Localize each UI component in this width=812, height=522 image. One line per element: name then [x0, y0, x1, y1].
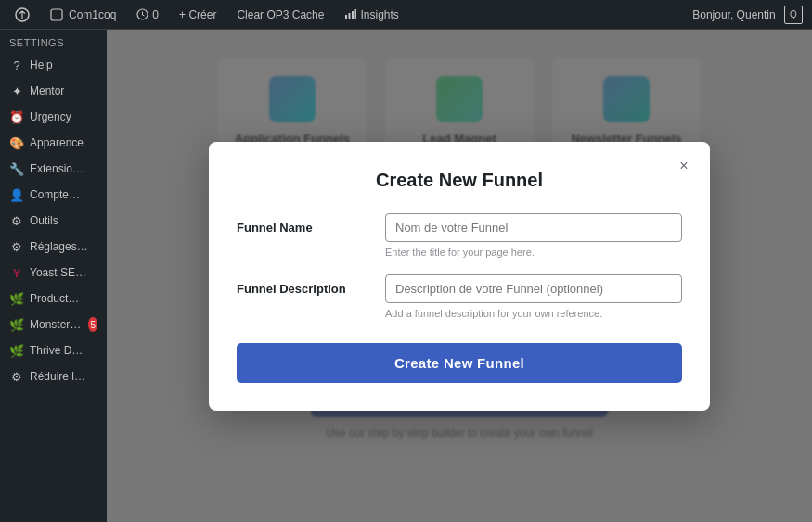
clear-cache-button[interactable]: Clear OP3 Cache [231, 0, 329, 30]
user-greeting: Bonjour, Quentin Q [692, 6, 803, 24]
sidebar-urgency-label: Urgency [30, 110, 71, 123]
sidebar: Settings ? Help ✦ Mentor ⏰ Urgency 🎨 App… [0, 30, 107, 522]
sidebar-apparence-label: Apparence [30, 136, 84, 149]
site-name-button[interactable]: Com1coq [45, 0, 122, 30]
funnel-name-field-wrap: Enter the title for your page here. [385, 213, 682, 258]
svg-rect-4 [349, 13, 351, 19]
sidebar-reglages-label: Réglages… [30, 240, 88, 253]
modal-title: Create New Funnel [237, 170, 682, 191]
outils-icon: ⚙ [9, 213, 24, 228]
modal-header: Create New Funnel [237, 170, 682, 191]
sidebar-mentor-label: Mentor [30, 84, 64, 97]
sidebar-item-apparence[interactable]: 🎨 Apparence [0, 130, 107, 156]
sidebar-item-yoast[interactable]: Y Yoast SE… [0, 260, 107, 286]
funnel-name-hint: Enter the title for your page here. [385, 247, 682, 258]
main-content: Application Funnels Build a list for you… [107, 30, 812, 522]
svg-rect-3 [345, 15, 347, 19]
modal-close-button[interactable]: × [673, 155, 695, 177]
sidebar-item-extensions[interactable]: 🔧 Extensio… [0, 156, 107, 182]
monster-icon: 🌿 [9, 317, 24, 332]
funnel-desc-label: Funnel Description [237, 274, 367, 296]
insights-button[interactable]: Insights [339, 0, 404, 30]
extensions-icon: 🔧 [9, 161, 24, 176]
sidebar-item-mentor[interactable]: ✦ Mentor [0, 78, 107, 104]
comptes-icon: 👤 [9, 187, 24, 202]
funnel-desc-field-wrap: Add a funnel description for your own re… [385, 274, 682, 319]
svg-rect-1 [51, 9, 62, 20]
notifications-button[interactable]: 0 [131, 0, 164, 30]
sidebar-product-label: Product… [30, 292, 79, 305]
notif-count: 0 [152, 8, 159, 21]
sidebar-help-label: Help [30, 58, 53, 71]
sidebar-thrive-label: Thrive D… [30, 344, 83, 357]
funnel-name-row: Funnel Name Enter the title for your pag… [237, 213, 682, 258]
sidebar-yoast-label: Yoast SE… [30, 266, 86, 279]
product-icon: 🌿 [9, 291, 24, 306]
wp-logo-button[interactable] [9, 0, 35, 30]
mentor-icon: ✦ [9, 83, 24, 98]
yoast-icon: Y [9, 265, 24, 280]
svg-rect-5 [352, 11, 354, 19]
create-funnel-button[interactable]: Create New Funnel [237, 343, 682, 383]
help-icon: ? [9, 57, 24, 72]
apparence-icon: 🎨 [9, 135, 24, 150]
settings-label: Settings [0, 30, 107, 52]
sidebar-extensions-label: Extensio… [30, 162, 84, 175]
modal-overlay[interactable]: Create New Funnel × Funnel Name Enter th… [107, 30, 812, 522]
sidebar-reduire-label: Réduire l… [30, 370, 85, 383]
sidebar-comptes-label: Compte… [30, 188, 80, 201]
create-button[interactable]: + Créer [174, 0, 222, 30]
sidebar-item-urgency[interactable]: ⏰ Urgency [0, 104, 107, 130]
sidebar-item-help[interactable]: ? Help [0, 52, 107, 78]
funnel-name-input[interactable] [385, 213, 682, 242]
sidebar-item-thrive[interactable]: 🌿 Thrive D… [0, 337, 107, 363]
reglages-icon: ⚙ [9, 239, 24, 254]
sidebar-outils-label: Outils [30, 214, 58, 227]
thrive-icon: 🌿 [9, 343, 24, 358]
sidebar-item-reglages[interactable]: ⚙ Réglages… [0, 234, 107, 260]
sidebar-item-comptes[interactable]: 👤 Compte… [0, 182, 107, 208]
svg-rect-6 [355, 9, 357, 19]
sidebar-item-outils[interactable]: ⚙ Outils [0, 208, 107, 234]
create-funnel-modal: Create New Funnel × Funnel Name Enter th… [209, 142, 710, 411]
funnel-desc-input[interactable] [385, 274, 682, 303]
sidebar-item-monster[interactable]: 🌿 Monster… 5 [0, 312, 107, 337]
sidebar-item-reduire[interactable]: ⚙ Réduire l… [0, 363, 107, 389]
admin-bar: Com1coq 0 + Créer Clear OP3 Cache Insigh… [0, 0, 812, 30]
sidebar-monster-label: Monster… [30, 318, 81, 331]
site-name-label: Com1coq [69, 8, 116, 21]
funnel-name-label: Funnel Name [237, 213, 367, 235]
monster-badge: 5 [88, 317, 97, 332]
funnel-desc-hint: Add a funnel description for your own re… [385, 308, 682, 319]
reduire-icon: ⚙ [9, 369, 24, 384]
urgency-icon: ⏰ [9, 109, 24, 124]
funnel-desc-row: Funnel Description Add a funnel descript… [237, 274, 682, 319]
sidebar-item-product[interactable]: 🌿 Product… [0, 286, 107, 312]
